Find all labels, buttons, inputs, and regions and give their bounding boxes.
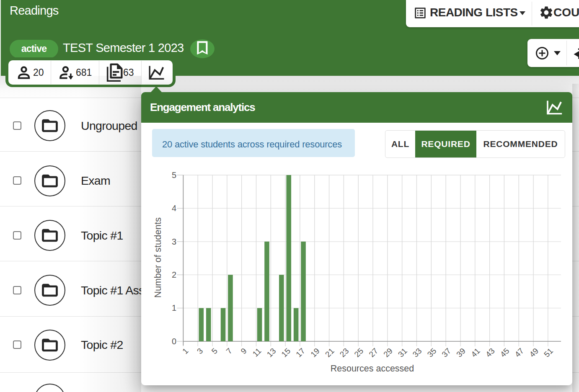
svg-text:Number of students: Number of students <box>153 217 163 298</box>
svg-text:9: 9 <box>239 346 248 356</box>
svg-text:5: 5 <box>210 346 219 356</box>
svg-text:13: 13 <box>265 346 278 359</box>
svg-text:23: 23 <box>338 346 351 359</box>
svg-text:27: 27 <box>367 346 380 359</box>
svg-text:47: 47 <box>513 346 526 359</box>
svg-text:3: 3 <box>172 237 176 246</box>
svg-text:15: 15 <box>279 346 292 359</box>
svg-text:51: 51 <box>542 346 555 359</box>
svg-text:Resources accessed: Resources accessed <box>331 364 414 374</box>
svg-text:1: 1 <box>181 346 190 356</box>
svg-text:29: 29 <box>382 346 394 359</box>
svg-text:3: 3 <box>195 346 204 356</box>
svg-text:11: 11 <box>251 346 263 358</box>
svg-text:49: 49 <box>527 346 540 359</box>
svg-text:41: 41 <box>469 346 482 359</box>
svg-text:4: 4 <box>172 204 176 213</box>
svg-text:19: 19 <box>309 346 321 359</box>
svg-text:0: 0 <box>172 337 176 346</box>
svg-text:7: 7 <box>225 346 234 356</box>
svg-text:39: 39 <box>455 346 467 359</box>
svg-text:17: 17 <box>294 346 307 359</box>
svg-text:35: 35 <box>426 346 438 359</box>
svg-text:33: 33 <box>411 346 424 359</box>
svg-text:37: 37 <box>440 346 452 359</box>
svg-text:1: 1 <box>172 303 176 312</box>
svg-text:5: 5 <box>172 170 176 180</box>
svg-text:45: 45 <box>499 346 511 359</box>
svg-text:25: 25 <box>353 346 365 359</box>
svg-text:31: 31 <box>396 346 409 359</box>
svg-text:21: 21 <box>323 346 336 359</box>
svg-text:2: 2 <box>172 270 176 279</box>
svg-text:43: 43 <box>484 346 496 359</box>
